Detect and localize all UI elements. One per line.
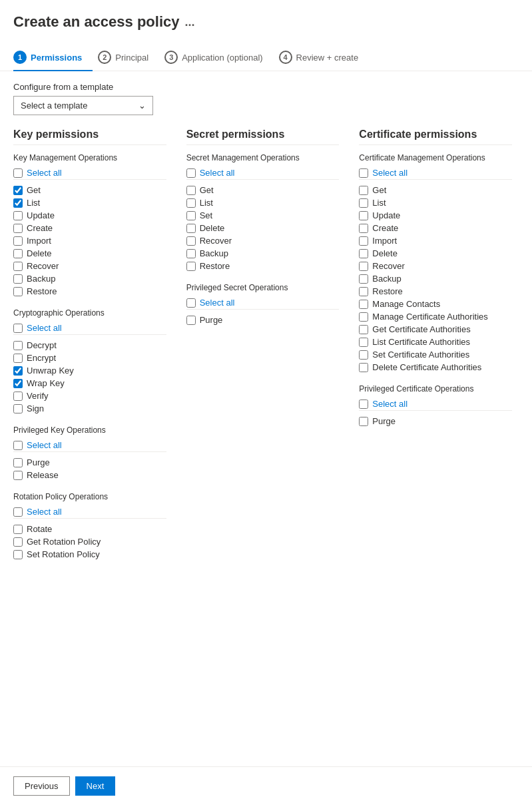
- checkbox-2-0[interactable]: [13, 441, 23, 450]
- checkbox-label-1-1[interactable]: Decrypt: [27, 340, 57, 350]
- checkbox-label-1-4[interactable]: Wrap Key: [27, 378, 65, 388]
- checkbox-0-3[interactable]: [13, 211, 23, 220]
- checkbox-0-5[interactable]: [186, 236, 196, 246]
- checkbox-2-1[interactable]: [13, 458, 23, 467]
- checkbox-label-0-2[interactable]: List: [200, 198, 213, 208]
- checkbox-0-6[interactable]: [13, 249, 23, 258]
- next-button[interactable]: Next: [75, 776, 116, 796]
- checkbox-3-0[interactable]: [13, 507, 23, 517]
- checkbox-1-5[interactable]: [13, 392, 23, 401]
- checkbox-0-15[interactable]: [359, 363, 368, 372]
- checkbox-1-0[interactable]: [186, 298, 196, 308]
- checkbox-0-11[interactable]: [359, 312, 368, 322]
- checkbox-1-0[interactable]: [13, 324, 23, 333]
- checkbox-label-0-0[interactable]: Select all: [27, 168, 62, 178]
- checkbox-label-0-0[interactable]: Select all: [372, 168, 407, 178]
- checkbox-label-0-6[interactable]: Delete: [372, 248, 398, 258]
- checkbox-label-0-15[interactable]: Delete Certificate Authorities: [372, 362, 481, 372]
- checkbox-label-1-3[interactable]: Unwrap Key: [27, 366, 74, 376]
- checkbox-1-0[interactable]: [359, 400, 368, 409]
- checkbox-0-2[interactable]: [359, 198, 368, 208]
- checkbox-0-2[interactable]: [13, 198, 23, 208]
- checkbox-0-2[interactable]: [186, 198, 196, 208]
- checkbox-0-3[interactable]: [359, 211, 368, 220]
- checkbox-3-1[interactable]: [13, 525, 23, 534]
- checkbox-label-0-10[interactable]: Manage Contacts: [372, 299, 440, 309]
- checkbox-0-8[interactable]: [13, 274, 23, 284]
- checkbox-label-0-6[interactable]: Backup: [200, 248, 228, 258]
- checkbox-label-1-2[interactable]: Encrypt: [27, 353, 56, 363]
- checkbox-label-0-11[interactable]: Manage Certificate Authorities: [372, 312, 487, 322]
- checkbox-label-0-3[interactable]: Set: [200, 210, 213, 220]
- checkbox-0-13[interactable]: [359, 338, 368, 347]
- checkbox-label-2-2[interactable]: Release: [27, 470, 59, 480]
- checkbox-0-12[interactable]: [359, 325, 368, 334]
- wizard-tab-permissions[interactable]: 1Permissions: [13, 44, 93, 71]
- checkbox-label-0-7[interactable]: Recover: [372, 261, 404, 271]
- checkbox-0-0[interactable]: [13, 168, 23, 178]
- checkbox-1-1[interactable]: [186, 316, 196, 325]
- checkbox-2-2[interactable]: [13, 471, 23, 480]
- wizard-tab-review[interactable]: 4Review + create: [279, 44, 370, 71]
- checkbox-0-8[interactable]: [359, 274, 368, 284]
- checkbox-label-0-5[interactable]: Import: [27, 236, 51, 246]
- checkbox-label-3-1[interactable]: Rotate: [27, 524, 52, 534]
- checkbox-0-10[interactable]: [359, 300, 368, 309]
- checkbox-1-6[interactable]: [13, 404, 23, 413]
- checkbox-0-5[interactable]: [13, 236, 23, 246]
- checkbox-label-0-5[interactable]: Recover: [200, 236, 232, 246]
- checkbox-label-0-4[interactable]: Create: [27, 223, 53, 233]
- checkbox-label-0-3[interactable]: Update: [27, 210, 55, 220]
- checkbox-0-7[interactable]: [186, 262, 196, 271]
- checkbox-1-4[interactable]: [13, 379, 23, 388]
- checkbox-label-1-1[interactable]: Purge: [200, 315, 223, 325]
- checkbox-1-2[interactable]: [13, 354, 23, 363]
- checkbox-label-0-2[interactable]: List: [372, 198, 386, 208]
- checkbox-3-3[interactable]: [13, 550, 23, 559]
- checkbox-1-3[interactable]: [13, 366, 23, 376]
- checkbox-label-3-0[interactable]: Select all: [27, 507, 62, 517]
- checkbox-0-14[interactable]: [359, 350, 368, 360]
- checkbox-label-0-8[interactable]: Backup: [372, 274, 401, 284]
- checkbox-0-4[interactable]: [186, 224, 196, 233]
- checkbox-label-0-14[interactable]: Set Certificate Authorities: [372, 350, 469, 360]
- checkbox-label-1-5[interactable]: Verify: [27, 391, 49, 401]
- checkbox-label-0-7[interactable]: Recover: [27, 261, 59, 271]
- checkbox-label-0-1[interactable]: Get: [27, 185, 41, 195]
- checkbox-0-4[interactable]: [359, 224, 368, 233]
- checkbox-0-5[interactable]: [359, 236, 368, 246]
- checkbox-label-0-1[interactable]: Get: [372, 185, 386, 195]
- wizard-tab-application[interactable]: 3Application (optional): [164, 44, 273, 71]
- checkbox-label-0-12[interactable]: Get Certificate Authorities: [372, 324, 470, 334]
- checkbox-0-7[interactable]: [13, 262, 23, 271]
- checkbox-label-0-4[interactable]: Create: [372, 223, 398, 233]
- checkbox-label-3-3[interactable]: Set Rotation Policy: [27, 549, 100, 559]
- checkbox-0-9[interactable]: [13, 287, 23, 296]
- checkbox-label-2-0[interactable]: Select all: [27, 440, 62, 450]
- checkbox-label-0-3[interactable]: Update: [372, 210, 400, 220]
- checkbox-label-1-0[interactable]: Select all: [200, 298, 235, 308]
- checkbox-0-9[interactable]: [359, 287, 368, 296]
- checkbox-label-3-2[interactable]: Get Rotation Policy: [27, 537, 101, 547]
- checkbox-0-6[interactable]: [359, 249, 368, 258]
- checkbox-0-0[interactable]: [359, 168, 368, 178]
- checkbox-label-0-8[interactable]: Backup: [27, 274, 55, 284]
- checkbox-0-3[interactable]: [186, 211, 196, 220]
- checkbox-label-1-0[interactable]: Select all: [372, 399, 407, 409]
- previous-button[interactable]: Previous: [13, 776, 70, 796]
- checkbox-label-0-13[interactable]: List Certificate Authorities: [372, 337, 470, 347]
- checkbox-label-0-9[interactable]: Restore: [27, 286, 57, 296]
- checkbox-0-6[interactable]: [186, 249, 196, 258]
- checkbox-label-0-1[interactable]: Get: [200, 185, 214, 195]
- checkbox-label-0-2[interactable]: List: [27, 198, 40, 208]
- checkbox-0-4[interactable]: [13, 224, 23, 233]
- checkbox-label-1-0[interactable]: Select all: [27, 323, 62, 333]
- checkbox-label-0-5[interactable]: Import: [372, 236, 397, 246]
- checkbox-1-1[interactable]: [13, 341, 23, 350]
- checkbox-label-0-6[interactable]: Delete: [27, 248, 52, 258]
- checkbox-0-7[interactable]: [359, 262, 368, 271]
- checkbox-label-0-9[interactable]: Restore: [372, 286, 403, 296]
- checkbox-0-1[interactable]: [186, 186, 196, 195]
- checkbox-label-0-0[interactable]: Select all: [200, 168, 235, 178]
- checkbox-label-0-7[interactable]: Restore: [200, 261, 230, 271]
